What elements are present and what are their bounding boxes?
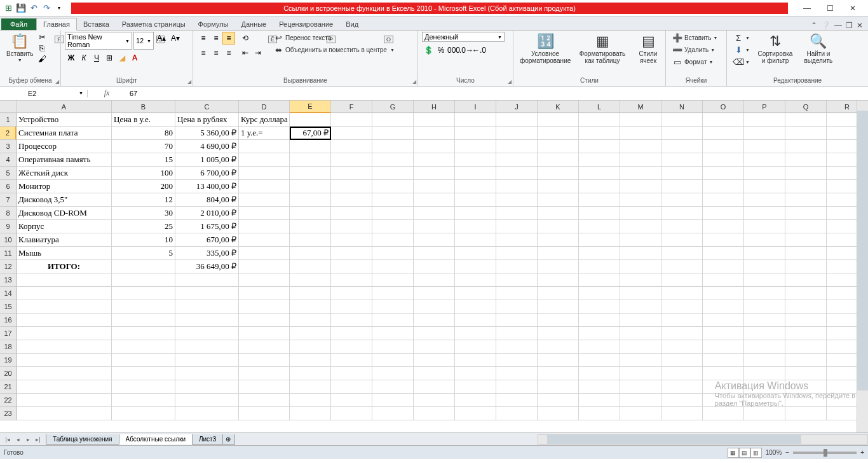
- cell[interactable]: [414, 167, 455, 180]
- cell[interactable]: [175, 354, 239, 367]
- cell[interactable]: [744, 233, 785, 247]
- cell[interactable]: [538, 327, 579, 340]
- cell[interactable]: 804,00 ₽: [175, 193, 239, 207]
- cell[interactable]: Клавиатура: [17, 233, 112, 247]
- cell[interactable]: Дисковод CD-ROM: [17, 207, 112, 220]
- cell[interactable]: [744, 153, 785, 167]
- italic-button[interactable]: К: [78, 52, 90, 64]
- cell[interactable]: [620, 287, 661, 300]
- cell[interactable]: [620, 300, 661, 314]
- cell[interactable]: [239, 140, 290, 153]
- cell[interactable]: [112, 367, 175, 380]
- cell[interactable]: 12: [112, 193, 175, 207]
- cell[interactable]: [703, 314, 744, 327]
- cell[interactable]: [620, 207, 661, 220]
- row-header[interactable]: 8: [0, 207, 17, 220]
- cell[interactable]: [239, 314, 290, 327]
- delete-cells-button[interactable]: ➖Удалить▼: [670, 44, 722, 55]
- cell[interactable]: [331, 327, 372, 340]
- undo-icon[interactable]: ↶: [28, 3, 39, 14]
- cell[interactable]: [372, 233, 414, 247]
- cell[interactable]: [620, 380, 661, 394]
- row-header[interactable]: 16: [0, 314, 17, 327]
- cell-styles-button[interactable]: ▤Стили ячеек: [632, 32, 665, 66]
- cell[interactable]: [744, 273, 785, 287]
- cell[interactable]: [331, 220, 372, 233]
- cell[interactable]: [538, 233, 579, 247]
- cell[interactable]: [496, 140, 538, 153]
- cell[interactable]: [661, 367, 703, 380]
- column-header[interactable]: N: [661, 100, 703, 113]
- cell[interactable]: [620, 407, 661, 420]
- cell[interactable]: [455, 127, 496, 140]
- cell[interactable]: [785, 207, 827, 220]
- cell[interactable]: [538, 140, 579, 153]
- cell[interactable]: [112, 287, 175, 300]
- doc-restore-icon[interactable]: ❐: [846, 21, 853, 30]
- cell[interactable]: [661, 140, 703, 153]
- sheet-tab[interactable]: Лист3: [192, 434, 223, 445]
- cell[interactable]: [785, 153, 827, 167]
- cell[interactable]: [414, 247, 455, 260]
- cell[interactable]: 6 700,00 ₽: [175, 167, 239, 180]
- qat-dropdown-icon[interactable]: ▼: [53, 3, 65, 14]
- cell[interactable]: [496, 380, 538, 394]
- cell[interactable]: [290, 300, 331, 314]
- cell[interactable]: [455, 207, 496, 220]
- cell[interactable]: [239, 180, 290, 193]
- cell[interactable]: [620, 394, 661, 407]
- view-buttons[interactable]: ▦▤▥: [728, 448, 762, 458]
- row-header[interactable]: 12: [0, 260, 17, 273]
- cell[interactable]: [372, 340, 414, 354]
- cell[interactable]: [455, 407, 496, 420]
- cell[interactable]: [455, 180, 496, 193]
- cut-icon[interactable]: ✂: [37, 32, 47, 42]
- cell[interactable]: 70: [112, 140, 175, 153]
- cell[interactable]: [579, 287, 620, 300]
- cell[interactable]: [455, 380, 496, 394]
- cell[interactable]: [455, 273, 496, 287]
- cell[interactable]: 2 010,00 ₽: [175, 207, 239, 220]
- cell[interactable]: [17, 327, 112, 340]
- cell[interactable]: ИТОГО:: [17, 260, 112, 273]
- cell[interactable]: [744, 354, 785, 367]
- cell[interactable]: [112, 273, 175, 287]
- cell[interactable]: [331, 193, 372, 207]
- cell[interactable]: [112, 407, 175, 420]
- vertical-scrollbar[interactable]: [857, 100, 868, 432]
- cell[interactable]: [744, 300, 785, 314]
- cell[interactable]: [175, 287, 239, 300]
- cell[interactable]: [175, 340, 239, 354]
- cell[interactable]: [744, 113, 785, 127]
- cell[interactable]: [620, 127, 661, 140]
- cell[interactable]: [744, 340, 785, 354]
- orientation-icon[interactable]: ⟲: [239, 32, 252, 45]
- cell[interactable]: [455, 300, 496, 314]
- cell[interactable]: [372, 394, 414, 407]
- cell[interactable]: [414, 220, 455, 233]
- cell[interactable]: [455, 340, 496, 354]
- cell[interactable]: [538, 247, 579, 260]
- row-header[interactable]: 23: [0, 407, 17, 420]
- cell[interactable]: [290, 380, 331, 394]
- cell[interactable]: [496, 247, 538, 260]
- cell[interactable]: [661, 260, 703, 273]
- cell[interactable]: [538, 273, 579, 287]
- cell[interactable]: 67,00 ₽: [290, 127, 331, 140]
- cell[interactable]: 15: [112, 153, 175, 167]
- align-middle-icon[interactable]: ≡: [210, 32, 222, 45]
- cell[interactable]: [703, 327, 744, 340]
- number-format-combo[interactable]: Денежный▼: [422, 32, 505, 42]
- cell[interactable]: [579, 193, 620, 207]
- cell[interactable]: [496, 113, 538, 127]
- cell[interactable]: [455, 193, 496, 207]
- cell[interactable]: [785, 113, 827, 127]
- tab-review[interactable]: Рецензирование: [273, 18, 339, 30]
- increase-decimal-icon[interactable]: .0→: [460, 44, 473, 57]
- cell[interactable]: [17, 380, 112, 394]
- cell[interactable]: [414, 233, 455, 247]
- cell[interactable]: [331, 380, 372, 394]
- row-header[interactable]: 17: [0, 327, 17, 340]
- cell[interactable]: [290, 167, 331, 180]
- cell[interactable]: [496, 407, 538, 420]
